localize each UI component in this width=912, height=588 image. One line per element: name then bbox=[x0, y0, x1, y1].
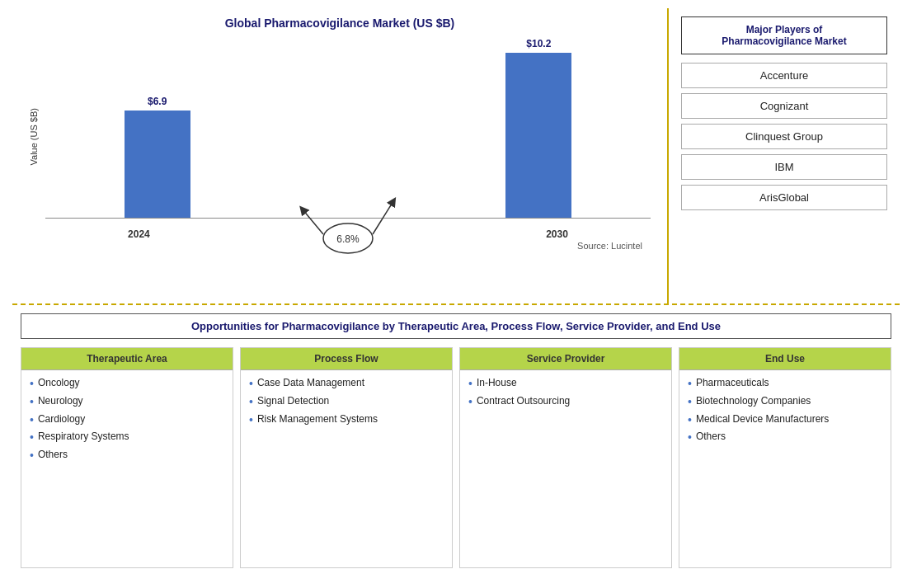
bullet-icon: • bbox=[30, 449, 34, 463]
opp-column-serviceprovider: Service Provider •In-House •Contract Out… bbox=[459, 347, 672, 568]
player-cognizant: Cognizant bbox=[681, 93, 887, 119]
chart-inner: $6.9 6.8% bbox=[45, 38, 651, 236]
player-arisglobal: ArisGlobal bbox=[681, 185, 887, 210]
list-item: •Case Data Management bbox=[249, 377, 444, 391]
opportunities-grid: Therapeutic Area •Oncology •Neurology •C… bbox=[21, 347, 891, 568]
bullet-icon: • bbox=[30, 377, 34, 391]
chart-area: Global Pharmacovigilance Market (US $B) … bbox=[12, 8, 669, 303]
players-title: Major Players of Pharmacovigilance Marke… bbox=[681, 16, 887, 54]
svg-line-2 bbox=[303, 209, 323, 234]
player-ibm: IBM bbox=[681, 154, 887, 180]
list-item: •Cardiology bbox=[30, 413, 224, 427]
bullet-icon: • bbox=[249, 377, 253, 391]
cagr-arrow-svg: 6.8% bbox=[299, 193, 397, 275]
players-panel: Major Players of Pharmacovigilance Marke… bbox=[669, 8, 900, 303]
bullet-icon: • bbox=[688, 430, 692, 445]
main-container: Global Pharmacovigilance Market (US $B) … bbox=[0, 0, 912, 588]
opp-column-enduse: End Use •Pharmaceuticals •Biotechnology … bbox=[679, 347, 891, 568]
list-item: •Respiratory Systems bbox=[30, 430, 224, 445]
list-item: •Signal Detection bbox=[249, 395, 444, 409]
list-item: •Oncology bbox=[30, 377, 224, 391]
bar-group-2024: $6.9 bbox=[125, 96, 190, 218]
chart-wrapper: Value (US $B) $6.9 bbox=[29, 38, 651, 236]
bullet-icon: • bbox=[468, 395, 472, 409]
opp-body-enduse: •Pharmaceuticals •Biotechnology Companie… bbox=[679, 370, 891, 567]
list-item: •Contract Outsourcing bbox=[468, 395, 663, 409]
player-accenture: Accenture bbox=[681, 63, 887, 88]
bullet-icon: • bbox=[30, 395, 34, 409]
chart-title: Global Pharmacovigilance Market (US $B) bbox=[225, 16, 455, 30]
bullet-icon: • bbox=[688, 377, 692, 391]
opp-header-processflow: Process Flow bbox=[241, 348, 452, 370]
bullet-icon: • bbox=[249, 413, 253, 427]
opp-header-therapeutic: Therapeutic Area bbox=[21, 348, 233, 370]
svg-line-3 bbox=[373, 201, 393, 234]
x-label-2030: 2030 bbox=[546, 228, 568, 240]
opportunities-title: Opportunities for Pharmacovigilance by T… bbox=[21, 313, 891, 339]
bullet-icon: • bbox=[468, 377, 472, 391]
bar-value-2030: $10.2 bbox=[526, 38, 551, 49]
svg-text:6.8%: 6.8% bbox=[336, 233, 360, 245]
list-item: •Pharmaceuticals bbox=[688, 377, 882, 391]
list-item: •Biotechnology Companies bbox=[688, 395, 882, 409]
y-axis-label: Value (US $B) bbox=[29, 108, 39, 166]
list-item: •In-House bbox=[468, 377, 663, 391]
opp-column-processflow: Process Flow •Case Data Management •Sign… bbox=[240, 347, 453, 568]
x-label-2024: 2024 bbox=[128, 228, 150, 240]
list-item: •Medical Device Manufacturers bbox=[688, 413, 882, 427]
opp-body-serviceprovider: •In-House •Contract Outsourcing bbox=[460, 370, 671, 567]
bullet-icon: • bbox=[30, 413, 34, 427]
bottom-section: Opportunities for Pharmacovigilance by T… bbox=[12, 305, 900, 580]
bullet-icon: • bbox=[30, 430, 34, 445]
bars-container: $6.9 6.8% bbox=[45, 38, 651, 219]
bar-2030 bbox=[505, 53, 571, 218]
opp-column-therapeutic: Therapeutic Area •Oncology •Neurology •C… bbox=[21, 347, 233, 568]
opp-body-processflow: •Case Data Management •Signal Detection … bbox=[241, 370, 452, 567]
opp-header-serviceprovider: Service Provider bbox=[460, 348, 671, 370]
list-item: •Risk Management Systems bbox=[249, 413, 444, 427]
opp-header-enduse: End Use bbox=[679, 348, 891, 370]
list-item: •Others bbox=[688, 430, 882, 445]
bullet-icon: • bbox=[688, 413, 692, 427]
bar-group-2030: $10.2 bbox=[505, 38, 571, 218]
opp-body-therapeutic: •Oncology •Neurology •Cardiology •Respir… bbox=[21, 370, 233, 567]
list-item: •Others bbox=[30, 449, 224, 463]
player-clinquest: Clinquest Group bbox=[681, 124, 887, 149]
bar-2024 bbox=[125, 111, 190, 218]
list-item: •Neurology bbox=[30, 395, 224, 409]
bullet-icon: • bbox=[688, 395, 692, 409]
top-section: Global Pharmacovigilance Market (US $B) … bbox=[12, 8, 900, 305]
bar-value-2024: $6.9 bbox=[148, 96, 167, 107]
bullet-icon: • bbox=[249, 395, 253, 409]
